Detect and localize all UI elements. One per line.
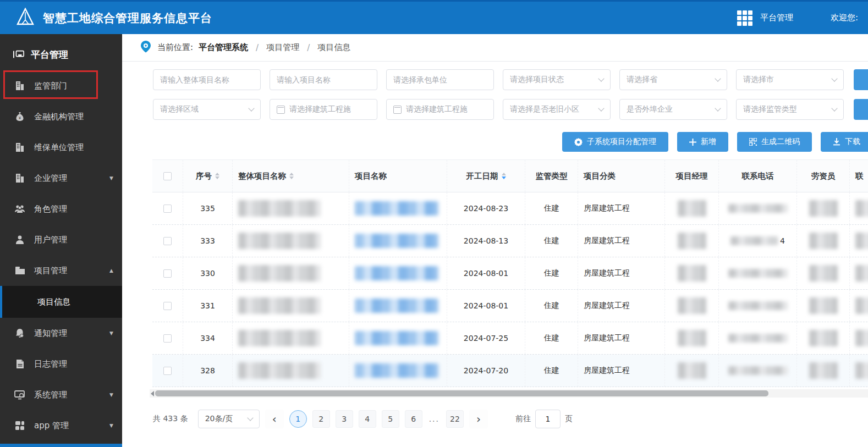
row-checkbox[interactable] bbox=[163, 269, 172, 278]
redacted-cell bbox=[855, 200, 868, 217]
redacted-laborer bbox=[809, 297, 838, 314]
table-row[interactable]: 333 2024-08-13 住建 房屋建筑工程 4 bbox=[152, 225, 868, 257]
button-label: 新增 bbox=[701, 137, 716, 147]
table-row[interactable]: 334 2024-07-25 住建 房屋建筑工程 bbox=[152, 322, 868, 355]
region-select[interactable]: 请选择区域 bbox=[153, 99, 261, 120]
reset-button-clipped[interactable] bbox=[854, 99, 868, 120]
select-all-checkbox[interactable] bbox=[163, 172, 172, 180]
scrollbar-thumb[interactable] bbox=[155, 390, 768, 396]
sort-icons[interactable] bbox=[215, 173, 219, 179]
contractor-input[interactable] bbox=[393, 75, 487, 84]
province-select[interactable]: 请选择省 bbox=[619, 69, 727, 90]
page-button-22[interactable]: 22 bbox=[446, 410, 464, 428]
sidebar-item-financial-org[interactable]: ¥ 金融机构管理 bbox=[0, 101, 122, 132]
old-community-select[interactable]: 请选择是否老旧小区 bbox=[503, 99, 611, 120]
search-button-clipped[interactable] bbox=[854, 69, 868, 90]
project-name-field[interactable] bbox=[270, 69, 377, 90]
category-value: 房屋建筑工程 bbox=[584, 301, 630, 311]
project-status-select[interactable]: 请选择项目状态 bbox=[503, 69, 611, 90]
sidebar-section-platform[interactable]: 平台管理 bbox=[0, 38, 122, 70]
page-button-1[interactable]: 1 bbox=[289, 410, 307, 428]
sidebar-item-app[interactable]: app 管理 ▼ bbox=[0, 410, 122, 441]
sidebar-item-supervision-dept[interactable]: 监管部门 bbox=[0, 70, 122, 101]
end-date-picker[interactable]: 请选择建筑工程施 bbox=[386, 99, 494, 120]
sidebar-subitem-project-info[interactable]: 项目信息 bbox=[0, 286, 122, 318]
col-seq[interactable]: 序号 bbox=[183, 160, 233, 192]
page-ellipsis[interactable]: ... bbox=[429, 415, 440, 423]
row-checkbox[interactable] bbox=[163, 205, 172, 213]
row-checkbox[interactable] bbox=[163, 302, 172, 310]
redacted-project-name-link[interactable] bbox=[355, 331, 438, 345]
page-button-6[interactable]: 6 bbox=[405, 410, 422, 428]
supervision-value: 住建 bbox=[544, 203, 559, 213]
breadcrumb-item[interactable]: 项目管理 bbox=[266, 42, 299, 53]
start-date-picker[interactable]: 请选择建筑工程施 bbox=[270, 99, 377, 120]
apps-grid-icon[interactable] bbox=[737, 10, 752, 26]
project-name-input[interactable] bbox=[277, 75, 370, 84]
redacted-project-name-link[interactable] bbox=[355, 266, 438, 280]
redacted-laborer bbox=[809, 265, 838, 282]
redacted-project-name-link[interactable] bbox=[355, 299, 438, 313]
add-button[interactable]: 新增 bbox=[677, 132, 728, 152]
page-button-4[interactable]: 4 bbox=[359, 410, 376, 428]
sidebar-item-project[interactable]: 项目管理 ▲ bbox=[0, 255, 122, 286]
page-size-select[interactable]: 20条/页 bbox=[198, 410, 260, 428]
sidebar-item-notification[interactable]: 通知管理 ▼ bbox=[0, 318, 122, 349]
sidebar-item-enterprise[interactable]: 企业管理 ▼ bbox=[0, 163, 122, 194]
start-date-value: 2024-07-25 bbox=[464, 334, 508, 343]
redacted-project-name-link[interactable] bbox=[355, 363, 438, 378]
pagination: 共 433 条 20条/页 ‹ 1 2 3 4 5 6 ... 22 › 前往 … bbox=[122, 398, 868, 428]
next-page-button[interactable]: › bbox=[469, 410, 488, 428]
breadcrumb: 当前位置: 平台管理系统 / 项目管理 / 项目信息 bbox=[122, 34, 868, 62]
sidebar-item-maintenance-unit[interactable]: 维保单位管理 bbox=[0, 132, 122, 163]
redacted-project-name-link[interactable] bbox=[355, 234, 438, 248]
page-button-3[interactable]: 3 bbox=[336, 410, 353, 428]
row-checkbox[interactable] bbox=[163, 334, 172, 343]
redacted-manager bbox=[678, 330, 706, 346]
sidebar-item-role[interactable]: 角色管理 bbox=[0, 194, 122, 224]
scroll-left-icon[interactable] bbox=[151, 391, 154, 396]
overall-project-name-field[interactable] bbox=[153, 69, 261, 90]
subsystem-assign-button[interactable]: 子系统项目分配管理 bbox=[562, 132, 668, 152]
download-button-clipped[interactable]: 下载 bbox=[821, 132, 868, 152]
col-start-date[interactable]: 开工日期 bbox=[447, 160, 525, 192]
contractor-field[interactable] bbox=[386, 69, 494, 90]
overall-project-name-input[interactable] bbox=[160, 75, 254, 84]
sidebar-item-system[interactable]: 系统管理 ▼ bbox=[0, 379, 122, 410]
sidebar-item-log[interactable]: 日志管理 bbox=[0, 349, 122, 379]
table-row[interactable]: 331 2024-08-01 住建 房屋建筑工程 bbox=[152, 290, 868, 322]
sort-icons-active[interactable] bbox=[502, 173, 506, 179]
welcome-text: 欢迎您: bbox=[831, 13, 858, 23]
breadcrumb-root[interactable]: 平台管理系统 bbox=[199, 42, 248, 53]
redacted-phone bbox=[728, 269, 788, 278]
table-row[interactable]: 330 2024-08-01 住建 房屋建筑工程 bbox=[152, 257, 868, 290]
project-table: 序号 整体项目名称 项目名称 开工日期 监管类型 项目分类 项目经理 联系电话 … bbox=[152, 159, 868, 387]
table-row[interactable]: 335 2024-08-23 住建 房屋建筑工程 bbox=[152, 192, 868, 225]
seq-value: 331 bbox=[200, 301, 215, 310]
horizontal-scrollbar[interactable] bbox=[150, 389, 868, 398]
generate-qrcode-button[interactable]: 生成二维码 bbox=[737, 132, 812, 152]
sidebar-item-label: 用户管理 bbox=[34, 235, 105, 245]
goto-page-input[interactable] bbox=[535, 410, 561, 428]
prev-page-button[interactable]: ‹ bbox=[265, 410, 284, 428]
goto-label: 前往 bbox=[515, 414, 531, 424]
page-button-2[interactable]: 2 bbox=[312, 410, 330, 428]
select-placeholder: 请选择监管类型 bbox=[743, 104, 828, 114]
chevron-down-icon bbox=[715, 75, 721, 81]
top-nav-platform[interactable]: 平台管理 bbox=[760, 13, 793, 23]
row-checkbox[interactable] bbox=[163, 237, 172, 245]
sort-icons[interactable] bbox=[289, 173, 294, 179]
breadcrumb-item[interactable]: 项目信息 bbox=[317, 42, 350, 53]
page-button-5[interactable]: 5 bbox=[382, 410, 399, 428]
chevron-down-icon bbox=[248, 105, 254, 111]
redacted-project-name-link[interactable] bbox=[355, 201, 438, 216]
column-label: 开工日期 bbox=[466, 171, 498, 181]
supervision-value: 住建 bbox=[544, 236, 559, 246]
foreign-enterprise-select[interactable]: 是否外埠企业 bbox=[619, 99, 727, 120]
col-overall-name[interactable]: 整体项目名称 bbox=[233, 160, 349, 192]
supervision-type-select[interactable]: 请选择监管类型 bbox=[736, 99, 844, 120]
sidebar-item-user[interactable]: 用户管理 bbox=[0, 224, 122, 255]
table-row[interactable]: 328 2024-07-20 住建 房屋建筑工程 bbox=[152, 355, 868, 387]
city-select[interactable]: 请选择市 bbox=[736, 69, 844, 90]
row-checkbox[interactable] bbox=[163, 367, 172, 375]
